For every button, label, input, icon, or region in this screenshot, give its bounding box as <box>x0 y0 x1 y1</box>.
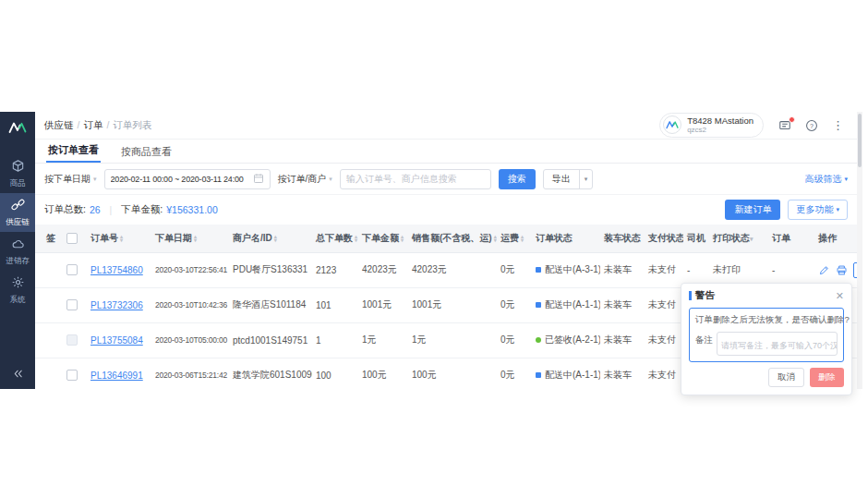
sort-icon[interactable]: ▴▾ <box>355 235 357 243</box>
chevron-down-icon[interactable]: ▾ <box>579 170 593 188</box>
merchant-name: ptcd1001S149751 <box>229 322 312 358</box>
sidebar-item-goods[interactable]: 商品 <box>0 154 35 193</box>
sort-icon[interactable]: ▴▾ <box>194 235 197 243</box>
divider: | <box>110 204 113 215</box>
merchant-name: 建筑学院601S100901 <box>229 358 312 389</box>
loading-status: 未装车 <box>600 287 645 322</box>
delete-button[interactable]: 删除 <box>810 368 844 387</box>
cancel-button[interactable]: 取消 <box>768 368 804 387</box>
col-merchant[interactable]: 商户名/ID▴▾ <box>229 225 312 252</box>
order-number-link[interactable]: PL13755084 <box>90 335 143 346</box>
order-number-link[interactable]: PL13646991 <box>90 370 143 381</box>
sort-icon[interactable]: ▴▾ <box>521 235 524 243</box>
order-status: 已签收(A-2-1) <box>532 322 600 358</box>
accent-bar <box>689 291 692 300</box>
col-order-no[interactable]: 订单号▴▾ <box>87 225 151 252</box>
user-account-pill[interactable]: T8428 MAstation qzcs2 <box>659 113 764 138</box>
popup-header: 警告 ✕ <box>681 284 851 306</box>
col-order-status[interactable]: 订单状态 <box>532 225 600 252</box>
sidebar-item-supply-chain[interactable]: 供应链 <box>0 193 35 232</box>
print-icon[interactable] <box>836 264 848 276</box>
col-sales[interactable]: 销售额(不含税、运)▴▾ <box>408 225 497 252</box>
date-type-select[interactable]: 按下单日期▾ <box>44 173 97 186</box>
sidebar-item-label: 供应链 <box>6 217 30 228</box>
col-order-date[interactable]: 下单日期▴▾ <box>151 225 229 252</box>
breadcrumb-supply-chain[interactable]: 供应链 <box>44 119 74 130</box>
merchant-name: 隆华酒店S101184 <box>229 287 312 322</box>
help-icon[interactable]: ? <box>805 119 818 132</box>
chain-icon <box>11 198 25 215</box>
col-amount[interactable]: 下单金额▴▾ <box>358 225 408 252</box>
new-order-button[interactable]: 新建订单 <box>725 200 780 220</box>
more-functions-button[interactable]: 更多功能▾ <box>788 200 848 220</box>
col-payment-status[interactable]: 支付状态 <box>645 225 683 252</box>
order-amount: 100元 <box>358 358 408 389</box>
order-number-link[interactable]: PL13754860 <box>90 265 143 275</box>
advanced-filter-link[interactable]: 高级筛选▾ <box>804 173 848 186</box>
row-checkbox[interactable] <box>66 370 78 381</box>
breadcrumb-order-list: 订单列表 <box>113 119 151 130</box>
sort-icon[interactable]: ▴▾ <box>401 235 404 243</box>
date-range-value[interactable] <box>111 175 249 184</box>
app-logo[interactable] <box>0 115 35 143</box>
row-checkbox[interactable] <box>66 264 78 275</box>
order-date: 2020-03-10T10:42:36 <box>151 287 229 322</box>
order-date: 2020-03-10T22:56:41 <box>151 252 229 287</box>
tab-by-order[interactable]: 按订单查看 <box>46 140 101 163</box>
col-sign: 签 <box>35 225 63 252</box>
sort-icon[interactable]: ▴▾ <box>120 235 123 243</box>
col-driver: 司机 <box>683 225 709 252</box>
col-order-extra: 订单 <box>768 225 814 252</box>
col-actions: 操作 <box>814 225 857 252</box>
scrollbar-thumb[interactable] <box>858 114 862 167</box>
breadcrumb: 供应链/订单/订单列表 <box>44 119 151 132</box>
search-button[interactable]: 搜索 <box>499 169 536 189</box>
sidebar-collapse-button[interactable] <box>0 367 35 383</box>
vertical-scrollbar[interactable] <box>857 112 862 389</box>
popup-footer: 取消 删除 <box>681 368 851 395</box>
tab-by-goods[interactable]: 按商品查看 <box>119 141 174 163</box>
date-range-input[interactable] <box>104 169 271 189</box>
popup-message: 订单删除之后无法恢复，是否确认删除? <box>695 314 838 326</box>
cloud-icon <box>11 237 25 254</box>
freight: 0元 <box>497 322 532 358</box>
sort-icon[interactable]: ▴▾ <box>494 235 497 243</box>
breadcrumb-orders[interactable]: 订单 <box>83 119 102 130</box>
order-number-link[interactable]: PL13732306 <box>90 300 143 310</box>
search-field[interactable] <box>340 169 491 189</box>
message-icon[interactable] <box>778 119 791 132</box>
close-icon[interactable]: ✕ <box>836 291 844 301</box>
col-print-status[interactable]: 打印状态▾ <box>709 225 768 252</box>
order-qty: 100 <box>312 358 358 389</box>
note-placeholder: 请填写备注，最多可输入70个汉字 <box>721 341 838 350</box>
advanced-filter-label: 高级筛选 <box>804 173 841 186</box>
export-label: 导出 <box>544 170 579 188</box>
sidebar-item-inventory[interactable]: 进销存 <box>0 232 35 271</box>
sidebar: 商品 供应链 进销存 系统 <box>0 112 35 389</box>
order-status: 配送中(A-1-1) <box>532 358 600 389</box>
select-all-checkbox[interactable] <box>66 233 78 244</box>
export-button[interactable]: 导出 ▾ <box>543 169 594 189</box>
order-status: 配送中(A-3-1) <box>532 252 600 287</box>
search-input[interactable] <box>346 174 485 184</box>
order-amount-value: ¥156331.00 <box>166 204 217 215</box>
more-menu-icon[interactable]: ⋮ <box>832 119 844 131</box>
col-loading-status[interactable]: 装车状态 <box>600 225 645 252</box>
status-dot <box>536 302 541 308</box>
sales-amount: 42023元 <box>408 252 497 287</box>
sort-icon[interactable]: ▴▾ <box>274 235 277 243</box>
note-row: 备注 请填写备注，最多可输入70个汉字 <box>695 332 838 356</box>
payment-status: 未支付 <box>645 358 683 389</box>
row-checkbox[interactable] <box>66 299 78 310</box>
sidebar-item-system[interactable]: 系统 <box>0 271 35 310</box>
chevron-down-icon[interactable]: ▾ <box>750 236 753 242</box>
note-textarea[interactable]: 请填写备注，最多可输入70个汉字 <box>717 332 838 356</box>
col-qty[interactable]: 总下单数▴▾ <box>312 225 358 252</box>
col-freight[interactable]: 运费▴▾ <box>497 225 532 252</box>
edit-icon[interactable] <box>818 264 830 276</box>
table-header-row: 签 订单号▴▾ 下单日期▴▾ 商户名/ID▴▾ 总下单数▴▾ 下单金额▴▾ 销售… <box>35 225 857 252</box>
sidebar-item-label: 进销存 <box>6 256 30 267</box>
order-qty: 1 <box>312 322 358 358</box>
chevron-down-icon: ▾ <box>93 176 97 183</box>
search-type-select[interactable]: 按订单/商户▾ <box>278 173 332 186</box>
